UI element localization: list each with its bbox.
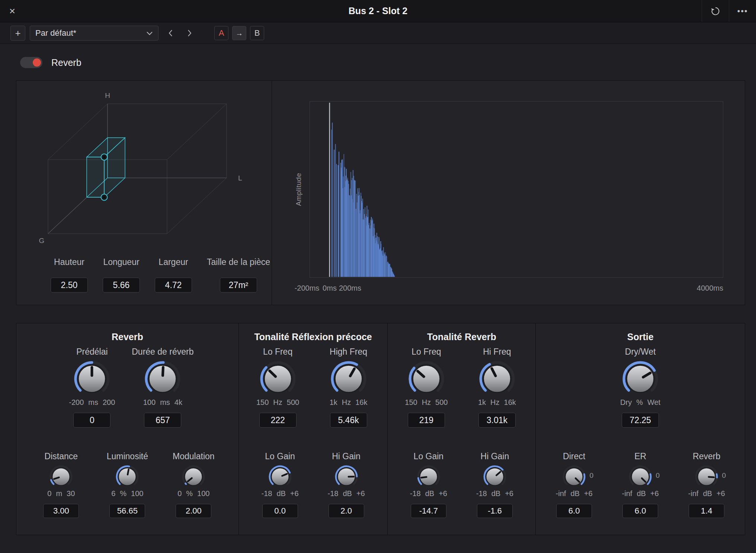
knob-row: Prédélai-200ms2000Durée de réverb100ms4k… (16, 347, 238, 428)
knob-unit: dB (491, 489, 500, 498)
knob-zero-marker: 0 (590, 472, 594, 479)
knob-unit: dB (276, 489, 285, 498)
knob-label: Hi Gain (481, 451, 509, 463)
knob-max: 100 (197, 489, 209, 498)
preset-dropdown[interactable]: Par défaut* (30, 26, 158, 41)
knob-control[interactable] (259, 360, 297, 397)
visualization-area: H L G Hauteur 2.50 Longueur 5.66 Largeur… (16, 80, 745, 305)
ab-b-button[interactable]: B (250, 26, 264, 40)
effect-header: Reverb (20, 56, 81, 69)
effect-enable-toggle[interactable] (20, 57, 42, 68)
knob-label: Lo Gain (265, 451, 295, 463)
knob-control[interactable] (622, 360, 659, 397)
knob-row: Lo Gain-18dB+6-14.7Hi Gain-18dB+6-1.6 (388, 451, 535, 518)
knob-unit: % (120, 489, 126, 498)
knob-lo-freq: Lo Freq150Hz500222 (243, 347, 313, 428)
add-preset-button[interactable]: + (10, 26, 25, 41)
knob-unit: dB (343, 489, 352, 498)
knob-dial (115, 465, 139, 489)
knob-max: +6 (439, 489, 447, 498)
knob-control[interactable]: 0 (695, 465, 718, 489)
knob-label: Hi Gain (332, 451, 361, 463)
knob-value[interactable]: -1.6 (477, 504, 513, 518)
knob-control[interactable] (478, 360, 516, 397)
knob-value[interactable]: 0.0 (262, 504, 298, 518)
x-tick: 200ms (339, 284, 361, 293)
knob-control[interactable] (182, 465, 205, 489)
knob-value[interactable]: 6.0 (556, 504, 592, 518)
knob-value[interactable]: 222 (259, 413, 297, 428)
knob-value[interactable]: 0 (73, 413, 110, 428)
knob-value[interactable]: 219 (408, 413, 445, 428)
field-hauteur: Hauteur 2.50 (51, 257, 88, 293)
knob-value[interactable]: 657 (144, 413, 181, 428)
room-top-handle[interactable] (101, 154, 108, 160)
close-button[interactable]: × (0, 0, 25, 22)
next-preset-button[interactable] (182, 26, 197, 41)
knob-row: Lo Freq150Hz500219Hi Freq1kHz16k3.01k (388, 347, 535, 428)
knob-control[interactable] (483, 465, 507, 489)
knob-min: 100 (143, 398, 156, 407)
knob-value[interactable]: 6.0 (622, 504, 658, 518)
knob-dial (695, 465, 718, 489)
ab-copy-button[interactable]: → (232, 26, 246, 40)
knob-control[interactable] (408, 360, 445, 397)
knob-max: +6 (290, 489, 299, 498)
knob-control[interactable] (334, 465, 358, 489)
field-value[interactable]: 5.66 (103, 278, 140, 293)
knob-value[interactable]: 2.0 (329, 504, 364, 518)
knob-label: ER (634, 451, 646, 463)
knob-value[interactable]: 5.46k (330, 413, 367, 428)
knob-control[interactable] (73, 360, 110, 397)
knob-min: -18 (410, 489, 421, 498)
knob-control[interactable] (268, 465, 292, 489)
knob-min: 1k (330, 398, 337, 407)
knob-value[interactable]: 56.65 (109, 504, 145, 518)
field-value[interactable]: 27m² (220, 278, 257, 293)
knob-scale: 100ms4k (143, 398, 182, 407)
knob-control[interactable]: 0 (562, 465, 586, 489)
knob-control[interactable]: 0 (628, 465, 652, 489)
knob-max: Wet (647, 398, 660, 407)
knob-unit: Hz (490, 398, 499, 407)
knob-min: 0 (47, 489, 51, 498)
knob-duree-de-reverb: Durée de réverb100ms4k657 (127, 347, 198, 428)
knob-label: Distance (45, 451, 78, 463)
knob-value[interactable]: 2.00 (176, 504, 211, 518)
window-title: Bus 2 - Slot 2 (0, 6, 756, 16)
ab-a-button[interactable]: A (214, 26, 228, 40)
knob-control[interactable] (49, 465, 73, 489)
section-reverb: ReverbPrédélai-200ms2000Durée de réverb1… (16, 323, 238, 535)
field-value[interactable]: 4.72 (155, 278, 192, 293)
field-value[interactable]: 2.50 (51, 278, 88, 293)
knob-value[interactable]: 72.25 (622, 413, 659, 428)
section-title: Tonalité Réflexion précoce (239, 332, 388, 343)
overflow-menu-button[interactable]: ••• (729, 0, 756, 22)
knob-value[interactable]: -14.7 (411, 504, 446, 518)
knob-label: Reverb (693, 451, 720, 463)
knob-min: 150 (405, 398, 417, 407)
room-box[interactable] (87, 138, 125, 197)
room-3d-view[interactable]: H L G (16, 81, 272, 256)
knob-unit: % (636, 398, 643, 407)
knob-value[interactable]: 3.01k (478, 413, 516, 428)
prev-preset-button[interactable] (163, 26, 178, 41)
knob-max: +6 (650, 489, 659, 498)
preset-bar: + Par défaut* A → B (0, 23, 756, 44)
knob-control[interactable] (115, 465, 139, 489)
knob-value[interactable]: 3.00 (43, 504, 79, 518)
knob-scale: Dry%Wet (620, 398, 660, 407)
impulse-response-panel: Amplitude -200ms 0ms 200ms 4000ms (272, 81, 745, 305)
history-button[interactable] (702, 0, 729, 22)
knob-lo-freq: Lo Freq150Hz500219 (391, 347, 462, 428)
room-bottom-handle[interactable] (101, 194, 108, 201)
field-label: Taille de la pièce (207, 257, 270, 267)
knob-control[interactable] (144, 360, 181, 397)
knob-unit: Hz (422, 398, 431, 407)
knob-value[interactable]: 1.4 (689, 504, 724, 518)
knob-label: Lo Freq (411, 347, 441, 358)
knob-luminosite: Luminosité6%10056.65 (94, 451, 160, 518)
knob-control[interactable] (417, 465, 441, 489)
knob-dial (622, 360, 659, 397)
knob-control[interactable] (330, 360, 367, 397)
